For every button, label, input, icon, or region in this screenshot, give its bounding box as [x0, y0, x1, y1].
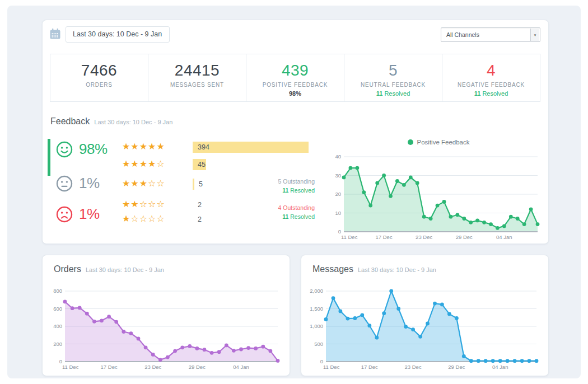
data-point	[409, 176, 413, 180]
orders-chart-svg: 020040060080011 Dec17 Dec23 Dec29 Dec04 …	[48, 287, 286, 372]
svg-text:11 Dec: 11 Dec	[62, 364, 79, 370]
orders-chart: 020040060080011 Dec17 Dec23 Dec29 Dec04 …	[48, 287, 286, 374]
happy-face-icon	[56, 141, 73, 158]
data-point	[232, 349, 236, 353]
data-point	[520, 359, 524, 363]
svg-text:10: 10	[335, 210, 341, 216]
orders-title-text: Orders	[54, 264, 81, 274]
data-point	[491, 359, 495, 363]
data-point	[254, 346, 258, 350]
channel-filter-value: All Channels	[446, 31, 479, 38]
data-point	[246, 346, 250, 350]
rating-count: 2	[198, 214, 202, 225]
chevron-down-icon[interactable]: ▼	[530, 29, 539, 41]
svg-text:40: 40	[335, 153, 341, 160]
data-point	[225, 344, 228, 348]
data-point	[360, 313, 364, 317]
rating-count: 394	[198, 142, 209, 153]
stat-value: 7466	[50, 62, 148, 79]
svg-text:11 Dec: 11 Dec	[341, 234, 358, 240]
star-icon: ★☆☆☆☆	[122, 214, 165, 223]
data-point	[509, 215, 513, 219]
section-subtitle-text: Last 30 days: 10 Dec - 9 Jan	[94, 119, 172, 125]
svg-text:04 Jan: 04 Jan	[496, 234, 512, 240]
stat-neutral-feedback: 5NEUTRAL FEEDBACK11 Resolved	[344, 54, 442, 101]
data-point	[433, 302, 437, 306]
svg-text:1,500: 1,500	[310, 306, 323, 312]
data-point	[166, 355, 170, 359]
data-point	[489, 222, 493, 226]
legend-label: Positive Feedback	[417, 139, 470, 146]
data-point	[462, 354, 466, 358]
data-point	[362, 190, 366, 194]
orders-card-title: OrdersLast 30 days: 10 Dec - 9 Jan	[54, 264, 164, 274]
stat-value: 4	[442, 62, 540, 79]
data-point	[506, 359, 510, 363]
svg-text:23 Dec: 23 Dec	[144, 364, 161, 370]
data-point	[536, 222, 540, 226]
dashboard-panel: Last 30 days: 10 Dec - 9 Jan All Channel…	[7, 6, 581, 378]
star-rating-4: ★★★★☆	[122, 158, 165, 169]
data-point	[107, 315, 111, 319]
data-point	[195, 346, 199, 350]
svg-text:500: 500	[314, 341, 323, 347]
positive-accent-bar	[48, 139, 50, 176]
data-point	[217, 350, 221, 354]
stat-label: ORDERS	[50, 82, 148, 88]
data-point	[402, 183, 406, 187]
svg-text:30: 30	[335, 172, 341, 179]
rating-count: 5	[199, 179, 203, 190]
data-point	[389, 194, 393, 198]
channel-filter-select[interactable]: All Channels ▼	[441, 27, 540, 42]
data-point	[442, 200, 446, 204]
data-point	[85, 312, 89, 316]
rating-count: 2	[198, 199, 202, 210]
data-point	[496, 226, 500, 230]
data-point	[375, 181, 379, 185]
data-point	[114, 320, 118, 324]
stat-label: NEGATIVE FEEDBACK	[442, 82, 540, 88]
sentiment-row-neutral: 1%	[56, 175, 100, 192]
data-point	[529, 207, 533, 211]
data-point	[535, 359, 539, 363]
svg-text:1,000: 1,000	[310, 323, 323, 329]
resolved-text: Resolved	[290, 213, 315, 220]
data-point	[375, 336, 379, 340]
stat-label: MESSAGES SENT	[148, 82, 246, 88]
data-point	[63, 300, 67, 304]
svg-text:29 Dec: 29 Dec	[189, 364, 206, 370]
negative-issues-block: 4 Outstanding 11 Resolved	[244, 204, 315, 222]
messages-card: MessagesLast 30 days: 10 Dec - 9 Jan 050…	[301, 255, 549, 376]
data-point	[484, 359, 488, 363]
data-point	[469, 359, 473, 363]
svg-text:23 Dec: 23 Dec	[405, 364, 422, 370]
data-point	[469, 221, 473, 224]
data-point	[475, 219, 479, 223]
data-point	[368, 204, 372, 208]
data-point	[324, 317, 328, 321]
svg-text:400: 400	[53, 323, 62, 329]
data-point	[269, 349, 273, 353]
resolved-text: Resolved	[290, 187, 315, 194]
date-range-selector[interactable]: Last 30 days: 10 Dec - 9 Jan	[66, 26, 170, 43]
stat-orders: 7466ORDERS	[50, 54, 148, 101]
data-point	[528, 359, 531, 363]
messages-card-title: MessagesLast 30 days: 10 Dec - 9 Jan	[312, 264, 436, 274]
stat-sub: 11 Resolved	[442, 90, 540, 97]
data-point	[339, 310, 343, 313]
neutral-resolved-label: 11 Resolved	[244, 186, 315, 195]
data-point	[158, 358, 162, 362]
star-rating-2: ★★☆☆☆	[122, 199, 165, 209]
data-point	[396, 307, 400, 311]
neutral-face-icon	[56, 175, 73, 192]
data-point	[436, 204, 440, 208]
rating-count: 45	[198, 159, 206, 170]
svg-text:17 Dec: 17 Dec	[361, 364, 378, 370]
feedback-section-title: FeedbackLast 30 days: 10 Dec - 9 Jan	[50, 116, 172, 127]
svg-text:23 Dec: 23 Dec	[416, 234, 432, 240]
data-point	[180, 345, 184, 349]
data-point	[422, 215, 426, 219]
data-point	[239, 348, 243, 352]
sentiment-row-negative: 1%	[56, 205, 100, 223]
data-point	[522, 222, 526, 226]
